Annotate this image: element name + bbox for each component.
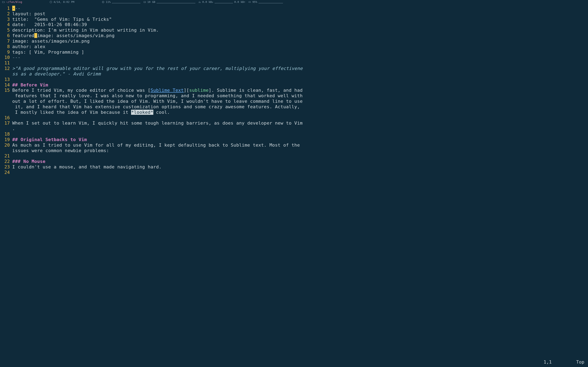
line-text[interactable]: description: I'm writing in Vim about wr… <box>12 27 588 33</box>
ruler: 1,1 Top <box>544 359 585 365</box>
heading[interactable]: ## Original Setbacks to Vim <box>12 137 588 142</box>
gutter-number: 12 <box>0 66 12 71</box>
network-icon <box>198 1 201 3</box>
memory-text: 10 GB <box>147 0 155 4</box>
line-text[interactable]: layout: post <box>12 11 588 17</box>
line-text[interactable]: title: "Gems of Vim: Tips & Tricks" <box>12 17 588 22</box>
line-text[interactable]: image: assets/images/vim.png <box>12 39 588 44</box>
svg-rect-1 <box>103 1 104 3</box>
gutter-number: 3 <box>0 17 12 22</box>
line-14[interactable]: 14 ## Before Vim <box>0 82 588 88</box>
scroll-position: Top <box>576 359 584 365</box>
line-17[interactable]: 17 When I set out to learn Vim, I quickl… <box>0 120 588 126</box>
line-text[interactable]: featured_image: assets/images/vim.png <box>12 33 588 39</box>
line-text[interactable]: features that I really love. I was also … <box>12 93 588 99</box>
heading[interactable]: ### No Mouse <box>12 159 588 164</box>
secondary-cursor: _ <box>34 33 37 38</box>
editor-viewport[interactable]: 1 --- 2 layout: post 3 title: "Gems of V… <box>0 4 588 367</box>
line-16[interactable]: 16 <box>0 115 588 121</box>
line-24[interactable]: 24 <box>0 170 588 175</box>
line-text[interactable]: author: alex <box>12 44 588 50</box>
gutter-number: 14 <box>0 82 12 88</box>
svg-rect-2 <box>144 1 146 3</box>
cpu-segment: 11% <box>102 0 140 4</box>
line-text[interactable]: I couldn't use a mouse, and that made na… <box>12 164 588 170</box>
line-11[interactable]: 11 <box>0 60 588 66</box>
line-text[interactable]: issues were common newbie problems: <box>12 148 588 154</box>
memory-segment: 10 GB <box>143 0 195 4</box>
gutter-number: 18 <box>0 132 12 137</box>
gutter-number: 24 <box>0 170 12 175</box>
line-text[interactable]: Before I tried Vim, my code editor of ch… <box>12 88 588 93</box>
line-20-wrap[interactable]: issues were common newbie problems: <box>0 148 588 154</box>
line-21[interactable]: 21 <box>0 153 588 159</box>
line-text[interactable]: . <box>12 126 588 132</box>
line-text[interactable]: When I set out to learn Vim, I quickly h… <box>12 120 588 126</box>
line-7[interactable]: 7 image: assets/images/vim.png <box>0 39 588 44</box>
memory-sparkline <box>156 1 195 3</box>
line-2[interactable]: 2 layout: post <box>0 11 588 17</box>
gutter-number: 6 <box>0 33 12 39</box>
line-15-wrap3[interactable]: it, and I heard that Vim has extensive c… <box>0 104 588 110</box>
cwd-path: ~/fun/blog <box>6 0 22 4</box>
line-13[interactable]: 13 <box>0 77 588 82</box>
line-text[interactable]: --- <box>12 6 588 11</box>
line-text[interactable]: ss as a developer." - Avdi Grimm <box>12 71 588 77</box>
gutter-number: 9 <box>0 50 12 55</box>
line-12[interactable]: 12 >"A good programmable editor will gro… <box>0 66 588 71</box>
folder-icon <box>2 1 5 3</box>
line-10[interactable]: 10 --- <box>0 55 588 60</box>
gutter-number: 22 <box>0 159 12 164</box>
cpu-text: 11% <box>106 0 111 4</box>
line-text[interactable]: I mostly liked the idea of Vim because i… <box>12 110 588 115</box>
line-17-wrap[interactable]: . <box>0 126 588 132</box>
svg-rect-3 <box>249 2 251 3</box>
topbar: ~/fun/blog 4/14, 8:02 PM 11% 10 GB 0.0 k… <box>0 0 588 4</box>
line-text[interactable]: it, and I heard that Vim has extensive c… <box>12 104 588 110</box>
clock-text: 4/14, 8:02 PM <box>53 0 74 4</box>
line-6[interactable]: 6 featured_image: assets/images/vim.png <box>0 33 588 39</box>
gutter-number: 13 <box>0 77 12 82</box>
line-19[interactable]: 19 ## Original Setbacks to Vim <box>0 137 588 142</box>
memory-icon <box>143 1 146 3</box>
line-text[interactable]: As much as I tried to use Vim for all of… <box>12 142 588 148</box>
gutter-number: 8 <box>0 44 12 50</box>
markdown-link[interactable]: Sublime Text <box>150 88 184 93</box>
line-1[interactable]: 1 --- <box>0 6 588 11</box>
gutter-number: 21 <box>0 153 12 159</box>
gutter-number: 11 <box>0 60 12 66</box>
line-8[interactable]: 8 author: alex <box>0 44 588 50</box>
line-22[interactable]: 22 ### No Mouse <box>0 159 588 164</box>
cpu-icon <box>102 1 104 3</box>
line-3[interactable]: 3 title: "Gems of Vim: Tips & Tricks" <box>0 17 588 22</box>
battery-segment: 95% <box>248 0 283 4</box>
gutter-number: 1 <box>0 6 12 11</box>
line-15-wrap1[interactable]: features that I really love. I was also … <box>0 93 588 99</box>
gutter-number: 17 <box>0 120 12 126</box>
gutter-number: 4 <box>0 22 12 27</box>
line-23[interactable]: 23 I couldn't use a mouse, and that made… <box>0 164 588 170</box>
heading[interactable]: ## Before Vim <box>12 82 588 88</box>
battery-icon <box>248 1 251 3</box>
line-12-wrap[interactable]: ss as a developer." - Avdi Grimm <box>0 71 588 77</box>
line-4[interactable]: 4 date: 2015-01-26 08:46:39 <box>0 22 588 27</box>
gutter-number: 19 <box>0 137 12 142</box>
line-text[interactable]: --- <box>12 55 588 60</box>
line-15-wrap4[interactable]: I mostly liked the idea of Vim because i… <box>0 110 588 115</box>
line-text[interactable]: tags: [ Vim, Programming ] <box>12 50 588 55</box>
net-down-sparkline <box>215 1 233 3</box>
line-9[interactable]: 9 tags: [ Vim, Programming ] <box>0 50 588 55</box>
line-15[interactable]: 15 Before I tried Vim, my code editor of… <box>0 88 588 93</box>
line-text[interactable]: >"A good programmable editor will grow w… <box>12 66 588 71</box>
cursor-position: 1,1 <box>544 359 552 365</box>
line-text[interactable]: date: 2015-01-26 08:46:39 <box>12 22 588 27</box>
line-5[interactable]: 5 description: I'm writing in Vim about … <box>0 27 588 33</box>
line-20[interactable]: 20 As much as I tried to use Vim for all… <box>0 142 588 148</box>
line-text[interactable]: out a lot of effort. But, I liked the id… <box>12 99 588 104</box>
net-up-text: 0.0 kB↑ <box>234 0 245 4</box>
net-down-text: 0.0 kB↓ <box>202 0 214 4</box>
line-15-wrap2[interactable]: out a lot of effort. But, I liked the id… <box>0 99 588 104</box>
cpu-sparkline <box>112 1 140 3</box>
line-18[interactable]: 18 <box>0 132 588 137</box>
gutter-number: 5 <box>0 27 12 33</box>
